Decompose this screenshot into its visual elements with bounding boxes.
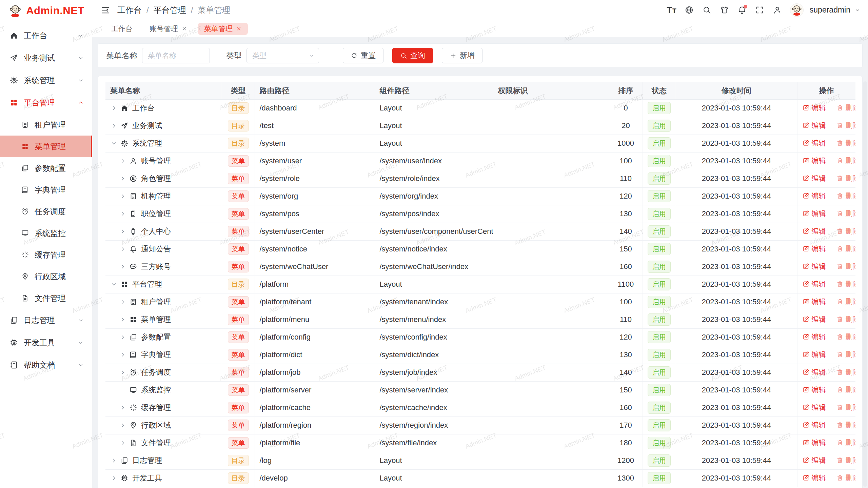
close-icon[interactable] bbox=[236, 26, 242, 32]
edit-button[interactable]: 编辑 bbox=[802, 297, 826, 306]
sidebar-item-系统管理[interactable]: 系统管理 bbox=[0, 69, 92, 92]
edit-button[interactable]: 编辑 bbox=[802, 438, 826, 447]
edit-button[interactable]: 编辑 bbox=[802, 403, 826, 412]
expand-row-icon[interactable] bbox=[119, 228, 126, 235]
sidebar-item-日志管理[interactable]: 日志管理 bbox=[0, 309, 92, 331]
edit-button[interactable]: 编辑 bbox=[802, 209, 826, 218]
delete-button[interactable]: 删除 bbox=[836, 138, 856, 148]
expand-row-icon[interactable] bbox=[110, 104, 118, 112]
sidebar-item-帮助文档[interactable]: 帮助文档 bbox=[0, 354, 92, 376]
expand-row-icon[interactable] bbox=[110, 474, 118, 482]
expand-row-icon[interactable] bbox=[119, 210, 126, 218]
collapse-row-icon[interactable] bbox=[110, 281, 118, 288]
sidebar-item-参数配置[interactable]: 参数配置 bbox=[0, 157, 92, 179]
sidebar-item-菜单管理[interactable]: 菜单管理 bbox=[0, 136, 92, 157]
delete-button[interactable]: 删除 bbox=[836, 332, 856, 342]
expand-row-icon[interactable] bbox=[119, 351, 126, 359]
expand-row-icon[interactable] bbox=[110, 122, 118, 129]
tshirt-icon[interactable] bbox=[717, 3, 732, 17]
breadcrumb-item-工作台[interactable]: 工作台 bbox=[117, 5, 142, 16]
add-button[interactable]: 新增 bbox=[442, 48, 482, 63]
bell-icon[interactable] bbox=[734, 3, 750, 17]
delete-button[interactable]: 删除 bbox=[836, 350, 856, 359]
tab-菜单管理[interactable]: 菜单管理 bbox=[198, 23, 248, 35]
edit-button[interactable]: 编辑 bbox=[802, 455, 826, 465]
breadcrumb-item-平台管理[interactable]: 平台管理 bbox=[154, 5, 186, 16]
collapse-row-icon[interactable] bbox=[110, 140, 118, 147]
edit-button[interactable]: 编辑 bbox=[802, 191, 826, 201]
delete-button[interactable]: 删除 bbox=[836, 191, 856, 201]
person-icon[interactable] bbox=[770, 3, 785, 17]
expand-row-icon[interactable] bbox=[110, 457, 118, 464]
edit-button[interactable]: 编辑 bbox=[802, 314, 826, 324]
delete-button[interactable]: 删除 bbox=[836, 455, 856, 465]
type-select[interactable]: 类型 bbox=[246, 48, 319, 63]
avatar[interactable] bbox=[790, 3, 804, 17]
expand-row-icon[interactable] bbox=[119, 439, 126, 447]
expand-row-icon[interactable] bbox=[119, 192, 126, 200]
delete-button[interactable]: 删除 bbox=[836, 385, 856, 394]
sidebar-item-行政区域[interactable]: 行政区域 bbox=[0, 266, 92, 287]
fullscreen-icon[interactable] bbox=[752, 3, 768, 17]
edit-button[interactable]: 编辑 bbox=[802, 473, 826, 483]
close-icon[interactable] bbox=[181, 26, 187, 32]
lang-icon[interactable] bbox=[682, 3, 697, 17]
expand-row-icon[interactable] bbox=[119, 175, 126, 182]
delete-button[interactable]: 删除 bbox=[836, 297, 856, 306]
delete-button[interactable]: 删除 bbox=[836, 279, 856, 289]
edit-button[interactable]: 编辑 bbox=[802, 244, 826, 253]
edit-button[interactable]: 编辑 bbox=[802, 156, 826, 165]
edit-button[interactable]: 编辑 bbox=[802, 121, 826, 130]
delete-button[interactable]: 删除 bbox=[836, 244, 856, 253]
sidebar-item-缓存管理[interactable]: 缓存管理 bbox=[0, 244, 92, 266]
expand-row-icon[interactable] bbox=[119, 263, 126, 270]
expand-row-icon[interactable] bbox=[119, 316, 126, 323]
search-icon[interactable] bbox=[699, 3, 715, 17]
edit-button[interactable]: 编辑 bbox=[802, 385, 826, 394]
sidebar-item-工作台[interactable]: 工作台 bbox=[0, 24, 92, 47]
fontsize-icon[interactable]: Tт bbox=[664, 3, 679, 17]
vertical-scrollbar[interactable] bbox=[863, 81, 867, 487]
delete-button[interactable]: 删除 bbox=[836, 403, 856, 412]
user-name[interactable]: superadmin bbox=[810, 5, 850, 15]
sidebar-item-任务调度[interactable]: 任务调度 bbox=[0, 201, 92, 222]
expand-row-icon[interactable] bbox=[119, 157, 126, 165]
delete-button[interactable]: 删除 bbox=[836, 438, 856, 447]
expand-row-icon[interactable] bbox=[119, 245, 126, 253]
sidebar-item-平台管理[interactable]: 平台管理 bbox=[0, 92, 92, 114]
delete-button[interactable]: 删除 bbox=[836, 174, 856, 183]
expand-row-icon[interactable] bbox=[119, 422, 126, 429]
expand-row-icon[interactable] bbox=[119, 298, 126, 306]
edit-button[interactable]: 编辑 bbox=[802, 350, 826, 359]
sidebar-item-文件管理[interactable]: 文件管理 bbox=[0, 287, 92, 309]
delete-button[interactable]: 删除 bbox=[836, 473, 856, 483]
tab-工作台[interactable]: 工作台 bbox=[105, 23, 139, 35]
delete-button[interactable]: 删除 bbox=[836, 367, 856, 377]
edit-button[interactable]: 编辑 bbox=[802, 138, 826, 148]
menu-name-input[interactable] bbox=[142, 48, 210, 63]
delete-button[interactable]: 删除 bbox=[836, 420, 856, 430]
edit-button[interactable]: 编辑 bbox=[802, 174, 826, 183]
delete-button[interactable]: 删除 bbox=[836, 156, 856, 165]
delete-button[interactable]: 删除 bbox=[836, 121, 856, 130]
sidebar-item-系统监控[interactable]: 系统监控 bbox=[0, 222, 92, 244]
edit-button[interactable]: 编辑 bbox=[802, 420, 826, 430]
delete-button[interactable]: 删除 bbox=[836, 103, 856, 113]
expand-row-icon[interactable] bbox=[119, 404, 126, 411]
edit-button[interactable]: 编辑 bbox=[802, 279, 826, 289]
tab-账号管理[interactable]: 账号管理 bbox=[143, 23, 193, 35]
expand-row-icon[interactable] bbox=[119, 369, 126, 376]
delete-button[interactable]: 删除 bbox=[836, 209, 856, 218]
edit-button[interactable]: 编辑 bbox=[802, 103, 826, 113]
app-logo[interactable]: Admin.NET bbox=[0, 0, 92, 22]
sidebar-item-业务测试[interactable]: 业务测试 bbox=[0, 47, 92, 69]
edit-button[interactable]: 编辑 bbox=[802, 332, 826, 342]
reset-button[interactable]: 重置 bbox=[343, 48, 383, 63]
edit-button[interactable]: 编辑 bbox=[802, 226, 826, 236]
edit-button[interactable]: 编辑 bbox=[802, 367, 826, 377]
edit-button[interactable]: 编辑 bbox=[802, 262, 826, 271]
sidebar-item-字典管理[interactable]: 字典管理 bbox=[0, 179, 92, 201]
delete-button[interactable]: 删除 bbox=[836, 314, 856, 324]
menu-fold-icon[interactable] bbox=[100, 5, 111, 15]
query-button[interactable]: 查询 bbox=[392, 48, 433, 63]
